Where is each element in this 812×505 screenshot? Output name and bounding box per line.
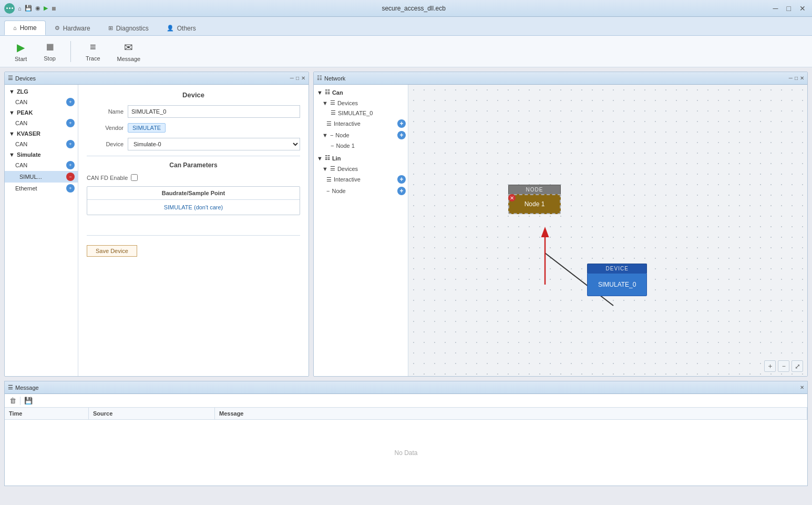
- net-item-node1[interactable]: − Node 1: [314, 141, 408, 150]
- title-bar-controls: ─ □ ✕: [771, 4, 808, 13]
- zlg-can-badge[interactable]: +: [66, 98, 75, 106]
- node1-net-text: Node 1: [336, 143, 354, 149]
- tree-item-peak-can[interactable]: CAN +: [5, 117, 78, 129]
- lin-node-icon: −: [326, 188, 330, 194]
- tab-others[interactable]: 👤 Others: [158, 21, 205, 35]
- tree-group-kvaser[interactable]: ▼ KVASER: [5, 129, 78, 138]
- net-group-lin[interactable]: ▼ ☷ Lin: [314, 153, 408, 164]
- window-menu-nav[interactable]: ◉: [35, 5, 40, 12]
- tree-group-peak[interactable]: ▼ PEAK: [5, 108, 78, 117]
- tree-item-kvaser-can[interactable]: CAN +: [5, 138, 78, 150]
- network-minimize[interactable]: ─: [789, 75, 793, 81]
- tab-home[interactable]: ⌂ Home: [4, 21, 46, 35]
- devices-title-text: Devices: [15, 75, 36, 82]
- message-close[interactable]: ✕: [800, 385, 804, 390]
- devices-maximize[interactable]: □: [296, 75, 299, 81]
- message-toolbar: 🗑 💾: [5, 394, 807, 408]
- fit-button[interactable]: ⤢: [792, 360, 803, 372]
- net-item-lin-interactive[interactable]: ☰ Interactive +: [314, 174, 408, 185]
- zoom-in-button[interactable]: ＋: [764, 360, 776, 372]
- network-content: ▼ ☷ Can ▼ ☰ Devices ☰ SIMULATE_0: [314, 85, 807, 376]
- net-group-can[interactable]: ▼ ☷ Can: [314, 87, 408, 98]
- network-close[interactable]: ✕: [800, 75, 804, 81]
- devices-close[interactable]: ✕: [301, 75, 305, 81]
- node-body[interactable]: ✕ Node 1: [508, 194, 561, 214]
- close-button[interactable]: ✕: [797, 4, 808, 13]
- peak-can-badge[interactable]: +: [66, 119, 75, 127]
- tab-home-label: Home: [20, 24, 37, 32]
- kvaser-can-badge[interactable]: +: [66, 140, 75, 148]
- net-subgroup-can-devices[interactable]: ▼ ☰ Devices: [314, 98, 408, 108]
- tab-diagnostics[interactable]: ⊞ Diagnostics: [99, 21, 158, 35]
- window-menu-home[interactable]: ⌂: [18, 5, 22, 12]
- ethernet-badge[interactable]: +: [66, 184, 75, 193]
- tree-item-ethernet[interactable]: Ethernet +: [5, 183, 78, 194]
- simulate-can-badge[interactable]: +: [66, 161, 75, 169]
- msg-tool-save[interactable]: 💾: [23, 397, 34, 405]
- msg-tool-clear[interactable]: 🗑: [8, 397, 18, 405]
- peak-chevron: ▼: [9, 109, 15, 116]
- kvaser-can-label: CAN: [15, 141, 27, 147]
- tree-group-zlg[interactable]: ▼ ZLG: [5, 87, 78, 96]
- node-remove-button[interactable]: ✕: [508, 194, 516, 201]
- minimize-button[interactable]: ─: [771, 4, 780, 13]
- can-interactive-label: ☰ Interactive: [326, 120, 361, 127]
- net-item-simulate-0[interactable]: ☰ SIMULATE_0: [314, 108, 408, 118]
- name-input[interactable]: [128, 105, 300, 118]
- tree-item-simulate-can[interactable]: CAN +: [5, 159, 78, 171]
- zlg-can-label: CAN: [15, 99, 27, 105]
- devices-tree: ▼ ZLG CAN + ▼ PEAK CAN +: [5, 85, 78, 376]
- net-subgroup-can-node[interactable]: ▼ − Node +: [314, 129, 408, 141]
- lin-devices-icon: ☰: [330, 165, 335, 172]
- message-panel-icon: ☰: [8, 384, 13, 391]
- msg-col-time: Time: [5, 408, 89, 419]
- devices-panel-controls: ─ □ ✕: [290, 75, 305, 81]
- lin-devices-label: Devices: [337, 166, 358, 172]
- tree-item-zlg-can[interactable]: CAN +: [5, 96, 78, 108]
- tree-item-simulate-0[interactable]: SIMUL... −: [5, 171, 78, 183]
- window-menu-stop[interactable]: ⏹: [51, 5, 57, 12]
- baudrate-box: Baudrate/Sample Point SIMULATE (don't ca…: [87, 186, 300, 215]
- simulate-chevron: ▼: [9, 152, 15, 158]
- simulate-label: Simulate: [17, 152, 41, 158]
- node-box[interactable]: NODE ✕ Node 1: [508, 185, 561, 214]
- msg-toolbar-sep: [20, 397, 20, 405]
- window-menu-play[interactable]: ▶: [44, 5, 48, 12]
- window-menu-save[interactable]: 💾: [25, 5, 32, 12]
- net-subgroup-lin-devices[interactable]: ▼ ☰ Devices: [314, 164, 408, 174]
- zoom-out-button[interactable]: －: [778, 360, 789, 372]
- network-panel-titlebar: ☷ Network ─ □ ✕: [314, 72, 807, 85]
- tree-group-simulate[interactable]: ▼ Simulate: [5, 150, 78, 159]
- node-header: NODE: [508, 185, 561, 194]
- lin-interactive-add[interactable]: +: [397, 175, 406, 184]
- lin-node-add[interactable]: +: [397, 187, 406, 195]
- lin-node-text: Node: [332, 188, 345, 194]
- tab-hardware[interactable]: ⚙ Hardware: [46, 21, 99, 35]
- devices-minimize[interactable]: ─: [290, 75, 294, 81]
- maximize-button[interactable]: □: [785, 4, 793, 13]
- network-maximize[interactable]: □: [795, 75, 798, 81]
- stop-button[interactable]: ⏹ Stop: [37, 38, 62, 65]
- trace-button[interactable]: ≡ Trace: [79, 38, 107, 65]
- net-item-lin-node[interactable]: − Node +: [314, 185, 408, 197]
- can-node-label: Node: [335, 132, 349, 138]
- message-button[interactable]: ✉ Message: [111, 38, 147, 65]
- kvaser-label: KVASER: [17, 130, 40, 137]
- can-group-icon: ☷: [325, 89, 330, 96]
- simulate-0-badge[interactable]: −: [66, 173, 75, 181]
- can-interactive-add[interactable]: +: [397, 119, 406, 128]
- can-devices-icon: ☰: [330, 99, 335, 106]
- device-select[interactable]: Simulate-0: [128, 138, 300, 150]
- network-panel-icon: ☷: [317, 75, 322, 82]
- network-title-text: Network: [324, 75, 345, 82]
- device-body[interactable]: SIMULATE_0: [587, 273, 647, 296]
- node-body-label: Node 1: [525, 200, 545, 208]
- can-fd-checkbox[interactable]: [131, 174, 138, 181]
- net-item-can-interactive[interactable]: ☰ Interactive +: [314, 118, 408, 129]
- start-button[interactable]: ▶ Start: [8, 38, 33, 65]
- message-title-text: Message: [15, 385, 39, 391]
- can-node-add[interactable]: +: [397, 131, 406, 139]
- save-device-button[interactable]: Save Device: [87, 245, 137, 257]
- device-box[interactable]: DEVICE SIMULATE_0: [587, 264, 647, 296]
- device-label: Device: [87, 141, 124, 147]
